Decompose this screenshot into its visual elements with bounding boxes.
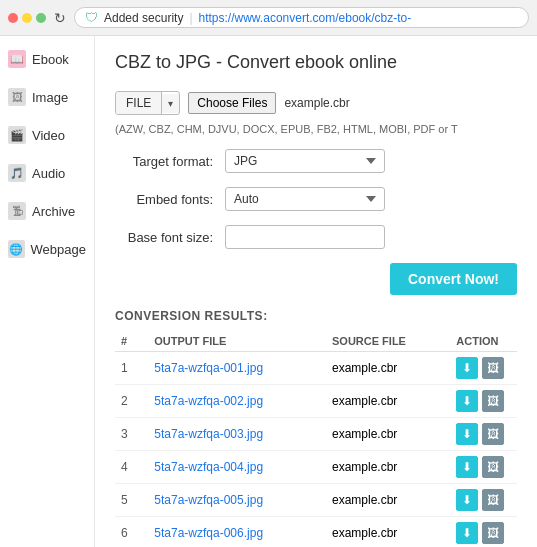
sidebar-item-archive[interactable]: 🗜 Archive xyxy=(0,192,94,230)
image-preview-icon[interactable]: 🖼 xyxy=(482,489,504,511)
download-icon[interactable]: ⬇ xyxy=(456,423,478,445)
target-format-select[interactable]: JPG PNG PDF xyxy=(225,149,385,173)
output-link[interactable]: 5ta7a-wzfqa-003.jpg xyxy=(154,427,263,441)
archive-icon: 🗜 xyxy=(8,202,26,220)
image-preview-icon[interactable]: 🖼 xyxy=(482,423,504,445)
row-sep xyxy=(437,517,450,548)
row-output[interactable]: 5ta7a-wzfqa-005.jpg xyxy=(148,484,326,517)
row-source: example.cbr xyxy=(326,385,437,418)
sidebar-item-audio[interactable]: 🎵 Audio xyxy=(0,154,94,192)
download-icon[interactable]: ⬇ xyxy=(456,522,478,544)
row-source: example.cbr xyxy=(326,451,437,484)
choose-files-button[interactable]: Choose Files xyxy=(188,92,276,114)
base-font-row: Base font size: xyxy=(115,225,517,249)
sidebar-label-audio: Audio xyxy=(32,166,65,181)
base-font-input[interactable] xyxy=(225,225,385,249)
shield-icon: 🛡 xyxy=(85,10,98,25)
sidebar-label-webpage: Webpage xyxy=(31,242,86,257)
sidebar-item-image[interactable]: 🖼 Image xyxy=(0,78,94,116)
close-dot xyxy=(8,13,18,23)
sidebar-label-ebook: Ebook xyxy=(32,52,69,67)
file-label: FILE xyxy=(116,92,162,114)
image-icon: 🖼 xyxy=(8,88,26,106)
sidebar: 📖 Ebook 🖼 Image 🎬 Video 🎵 Audio 🗜 Archiv… xyxy=(0,36,95,547)
row-output[interactable]: 5ta7a-wzfqa-003.jpg xyxy=(148,418,326,451)
embed-fonts-select[interactable]: Auto Yes No xyxy=(225,187,385,211)
row-source: example.cbr xyxy=(326,517,437,548)
maximize-dot xyxy=(36,13,46,23)
selected-file-name: example.cbr xyxy=(284,96,349,110)
image-preview-icon[interactable]: 🖼 xyxy=(482,357,504,379)
main-layout: 📖 Ebook 🖼 Image 🎬 Video 🎵 Audio 🗜 Archiv… xyxy=(0,36,537,547)
browser-bar: ↻ 🛡 Added security | https://www.aconver… xyxy=(0,0,537,36)
sidebar-label-archive: Archive xyxy=(32,204,75,219)
video-icon: 🎬 xyxy=(8,126,26,144)
table-row: 5 5ta7a-wzfqa-005.jpg example.cbr ⬇ 🖼 xyxy=(115,484,517,517)
row-actions: ⬇ 🖼 xyxy=(450,385,517,418)
row-output[interactable]: 5ta7a-wzfqa-001.jpg xyxy=(148,352,326,385)
source-row: FILE ▾ Choose Files example.cbr xyxy=(115,91,517,115)
row-actions: ⬇ 🖼 xyxy=(450,352,517,385)
output-link[interactable]: 5ta7a-wzfqa-005.jpg xyxy=(154,493,263,507)
page-title: CBZ to JPG - Convert ebook online xyxy=(115,52,517,73)
minimize-dot xyxy=(22,13,32,23)
url-separator: | xyxy=(189,11,192,25)
url-bar[interactable]: 🛡 Added security | https://www.aconvert.… xyxy=(74,7,529,28)
row-output[interactable]: 5ta7a-wzfqa-006.jpg xyxy=(148,517,326,548)
image-preview-icon[interactable]: 🖼 xyxy=(482,522,504,544)
row-sep xyxy=(437,484,450,517)
image-preview-icon[interactable]: 🖼 xyxy=(482,390,504,412)
ebook-icon: 📖 xyxy=(8,50,26,68)
download-icon[interactable]: ⬇ xyxy=(456,357,478,379)
output-link[interactable]: 5ta7a-wzfqa-004.jpg xyxy=(154,460,263,474)
file-source-selector[interactable]: FILE ▾ xyxy=(115,91,180,115)
output-link[interactable]: 5ta7a-wzfqa-002.jpg xyxy=(154,394,263,408)
sidebar-label-video: Video xyxy=(32,128,65,143)
row-sep xyxy=(437,352,450,385)
col-header-sep xyxy=(437,331,450,352)
download-icon[interactable]: ⬇ xyxy=(456,390,478,412)
accepted-formats: (AZW, CBZ, CHM, DJVU, DOCX, EPUB, FB2, H… xyxy=(115,123,517,135)
embed-fonts-label: Embed fonts: xyxy=(115,192,225,207)
col-header-num: # xyxy=(115,331,148,352)
table-header-row: # OUTPUT FILE SOURCE FILE ACTION xyxy=(115,331,517,352)
table-row: 3 5ta7a-wzfqa-003.jpg example.cbr ⬇ 🖼 xyxy=(115,418,517,451)
download-icon[interactable]: ⬇ xyxy=(456,489,478,511)
row-source: example.cbr xyxy=(326,484,437,517)
row-output[interactable]: 5ta7a-wzfqa-002.jpg xyxy=(148,385,326,418)
row-source: example.cbr xyxy=(326,418,437,451)
source-dropdown-arrow[interactable]: ▾ xyxy=(162,94,179,113)
sidebar-item-ebook[interactable]: 📖 Ebook xyxy=(0,40,94,78)
base-font-label: Base font size: xyxy=(115,230,225,245)
window-controls xyxy=(8,13,46,23)
embed-fonts-row: Embed fonts: Auto Yes No xyxy=(115,187,517,211)
table-row: 2 5ta7a-wzfqa-002.jpg example.cbr ⬇ 🖼 xyxy=(115,385,517,418)
image-preview-icon[interactable]: 🖼 xyxy=(482,456,504,478)
row-sep xyxy=(437,451,450,484)
row-num: 5 xyxy=(115,484,148,517)
output-link[interactable]: 5ta7a-wzfqa-006.jpg xyxy=(154,526,263,540)
target-format-row: Target format: JPG PNG PDF xyxy=(115,149,517,173)
row-sep xyxy=(437,418,450,451)
col-header-output: OUTPUT FILE xyxy=(148,331,326,352)
row-num: 4 xyxy=(115,451,148,484)
convert-button[interactable]: Convert Now! xyxy=(390,263,517,295)
download-icon[interactable]: ⬇ xyxy=(456,456,478,478)
target-format-label: Target format: xyxy=(115,154,225,169)
row-num: 6 xyxy=(115,517,148,548)
table-row: 6 5ta7a-wzfqa-006.jpg example.cbr ⬇ 🖼 xyxy=(115,517,517,548)
table-row: 4 5ta7a-wzfqa-004.jpg example.cbr ⬇ 🖼 xyxy=(115,451,517,484)
output-link[interactable]: 5ta7a-wzfqa-001.jpg xyxy=(154,361,263,375)
content-area: CBZ to JPG - Convert ebook online FILE ▾… xyxy=(95,36,537,547)
row-source: example.cbr xyxy=(326,352,437,385)
webpage-icon: 🌐 xyxy=(8,240,25,258)
refresh-button[interactable]: ↻ xyxy=(54,10,66,26)
sidebar-item-video[interactable]: 🎬 Video xyxy=(0,116,94,154)
row-sep xyxy=(437,385,450,418)
row-actions: ⬇ 🖼 xyxy=(450,451,517,484)
results-table: # OUTPUT FILE SOURCE FILE ACTION 1 5ta7a… xyxy=(115,331,517,547)
row-output[interactable]: 5ta7a-wzfqa-004.jpg xyxy=(148,451,326,484)
sidebar-label-image: Image xyxy=(32,90,68,105)
row-num: 3 xyxy=(115,418,148,451)
sidebar-item-webpage[interactable]: 🌐 Webpage xyxy=(0,230,94,268)
